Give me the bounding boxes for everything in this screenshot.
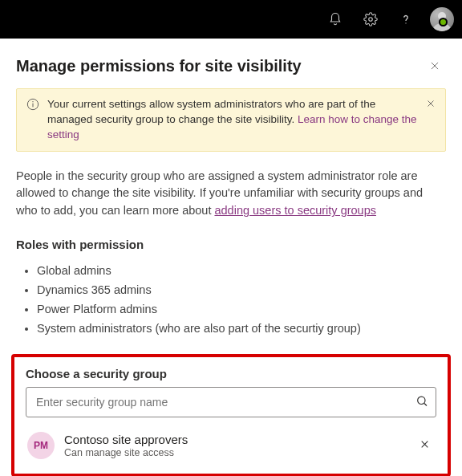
body-link[interactable]: adding users to security groups — [214, 204, 376, 217]
topbar — [0, 0, 462, 39]
svg-point-0 — [369, 18, 373, 22]
close-icon — [426, 99, 436, 108]
roles-heading: Roles with permission — [16, 238, 446, 251]
bell-icon[interactable] — [319, 3, 351, 35]
search-wrap — [26, 387, 436, 417]
security-group-search-input[interactable] — [26, 387, 436, 417]
highlighted-region: Choose a security group PM Contoso site … — [11, 354, 451, 476]
svg-point-1 — [405, 22, 406, 23]
list-item: Power Platform admins — [37, 299, 446, 319]
banner-dismiss[interactable] — [426, 98, 436, 113]
group-info: Contoso site approvers Can manage site a… — [64, 433, 405, 458]
body-text: People in the security group who are ass… — [16, 168, 446, 220]
svg-point-4 — [32, 101, 33, 102]
panel: Manage permissions for site visibility Y… — [0, 39, 462, 476]
banner-text: Your current settings allow system admin… — [47, 97, 418, 143]
close-icon — [429, 60, 440, 71]
close-icon — [419, 439, 430, 450]
close-button[interactable] — [424, 55, 446, 77]
info-icon — [26, 98, 39, 116]
list-item: Dynamics 365 admins — [37, 280, 446, 299]
remove-group-button[interactable] — [415, 434, 435, 457]
help-icon[interactable] — [390, 3, 422, 35]
security-group-row: PM Contoso site approvers Can manage sit… — [26, 430, 436, 461]
presence-indicator — [439, 18, 448, 26]
list-item: System administrators (who are also part… — [37, 319, 446, 338]
list-item: Global admins — [37, 261, 446, 280]
roles-list: Global admins Dynamics 365 admins Power … — [16, 261, 446, 338]
info-banner: Your current settings allow system admin… — [16, 88, 446, 152]
group-name: Contoso site approvers — [64, 433, 405, 446]
gear-icon[interactable] — [355, 3, 387, 35]
avatar-wrap[interactable] — [425, 7, 454, 31]
page-title: Manage permissions for site visibility — [16, 57, 302, 75]
group-subtitle: Can manage site access — [64, 447, 405, 458]
search-heading: Choose a security group — [26, 367, 436, 380]
group-avatar: PM — [27, 432, 55, 459]
panel-header: Manage permissions for site visibility — [16, 55, 446, 77]
